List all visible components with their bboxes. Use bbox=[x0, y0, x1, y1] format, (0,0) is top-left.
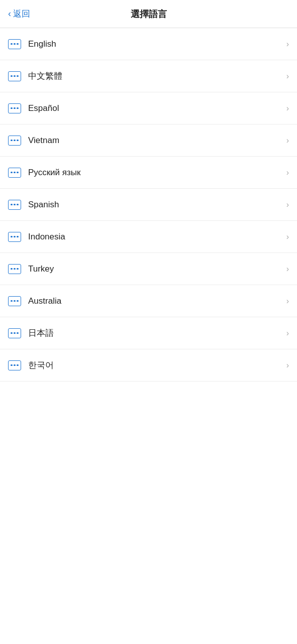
page-title: 選擇語言 bbox=[131, 8, 167, 20]
chevron-right-icon: › bbox=[286, 297, 289, 306]
language-label-indonesia: Indonesia bbox=[28, 232, 286, 242]
language-item-russian[interactable]: Русский язык › bbox=[0, 157, 297, 189]
lang-icon-dots bbox=[11, 300, 19, 302]
language-icon-russian bbox=[8, 168, 21, 178]
language-label-spanish: Spanish bbox=[28, 200, 286, 210]
language-icon-spanish bbox=[8, 200, 21, 210]
language-item-australia[interactable]: Australia › bbox=[0, 285, 297, 317]
language-item-japanese[interactable]: 日本語 › bbox=[0, 317, 297, 349]
language-icon-vietnam bbox=[8, 136, 21, 146]
language-item-indonesia[interactable]: Indonesia › bbox=[0, 221, 297, 253]
header: ‹ 返回 選擇語言 bbox=[0, 0, 297, 28]
language-item-vietnam[interactable]: Vietnam › bbox=[0, 124, 297, 157]
lang-icon-dots bbox=[11, 364, 19, 366]
language-label-espanol: Español bbox=[28, 103, 286, 113]
language-item-english[interactable]: English › bbox=[0, 28, 297, 60]
lang-icon-dots bbox=[11, 332, 19, 334]
back-label: 返回 bbox=[13, 8, 30, 20]
language-item-traditional-chinese[interactable]: 中文繁體 › bbox=[0, 60, 297, 92]
chevron-right-icon: › bbox=[286, 200, 289, 209]
language-icon-turkey bbox=[8, 264, 21, 274]
chevron-right-icon: › bbox=[286, 104, 289, 113]
chevron-right-icon: › bbox=[286, 72, 289, 81]
language-item-espanol[interactable]: Español › bbox=[0, 92, 297, 124]
chevron-right-icon: › bbox=[286, 361, 289, 370]
lang-icon-dots bbox=[11, 107, 19, 109]
lang-icon-dots bbox=[11, 172, 19, 174]
language-label-australia: Australia bbox=[28, 296, 286, 306]
language-label-russian: Русский язык bbox=[28, 168, 286, 178]
chevron-right-icon: › bbox=[286, 329, 289, 338]
language-label-korean: 한국어 bbox=[28, 359, 286, 371]
lang-icon-dots bbox=[11, 236, 19, 238]
language-label-traditional-chinese: 中文繁體 bbox=[28, 70, 286, 82]
language-item-korean[interactable]: 한국어 › bbox=[0, 349, 297, 381]
language-label-japanese: 日本語 bbox=[28, 327, 286, 339]
language-icon-english bbox=[8, 39, 21, 49]
language-label-turkey: Turkey bbox=[28, 264, 286, 274]
language-icon-espanol bbox=[8, 103, 21, 113]
back-chevron-icon: ‹ bbox=[8, 9, 11, 19]
lang-icon-dots bbox=[11, 75, 19, 77]
chevron-right-icon: › bbox=[286, 232, 289, 241]
chevron-right-icon: › bbox=[286, 168, 289, 177]
chevron-right-icon: › bbox=[286, 40, 289, 49]
lang-icon-dots bbox=[11, 204, 19, 206]
language-label-english: English bbox=[28, 39, 286, 49]
language-icon-indonesia bbox=[8, 232, 21, 242]
lang-icon-dots bbox=[11, 268, 19, 270]
lang-icon-dots bbox=[11, 43, 19, 45]
language-icon-korean bbox=[8, 360, 21, 370]
back-button[interactable]: ‹ 返回 bbox=[8, 8, 30, 20]
language-list: English › 中文繁體 › Español › bbox=[0, 28, 297, 381]
language-icon-traditional-chinese bbox=[8, 71, 21, 81]
language-icon-japanese bbox=[8, 328, 21, 338]
language-icon-australia bbox=[8, 296, 21, 306]
chevron-right-icon: › bbox=[286, 136, 289, 145]
chevron-right-icon: › bbox=[286, 265, 289, 274]
lang-icon-dots bbox=[11, 140, 19, 142]
language-item-spanish[interactable]: Spanish › bbox=[0, 189, 297, 221]
language-item-turkey[interactable]: Turkey › bbox=[0, 253, 297, 285]
language-label-vietnam: Vietnam bbox=[28, 136, 286, 146]
